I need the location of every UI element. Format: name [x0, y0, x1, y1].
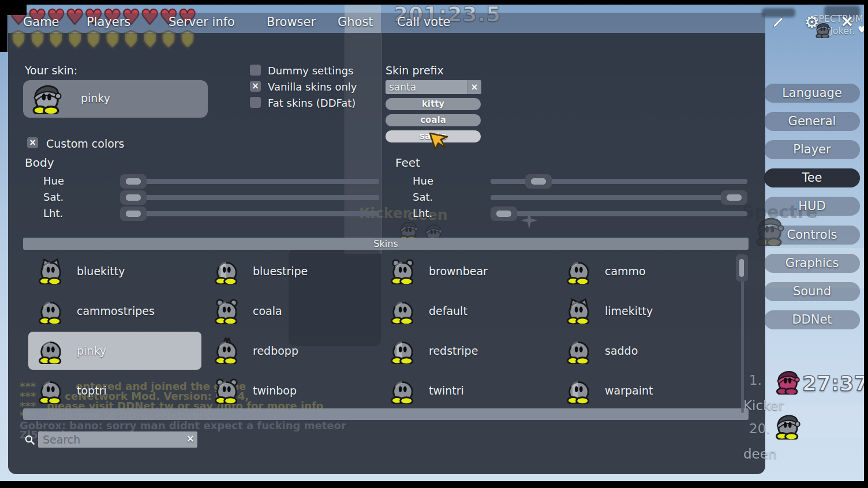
slider-label-body-sat: Sat.	[43, 191, 63, 203]
skin-preview-tee	[31, 83, 62, 117]
settings-gear-button[interactable]: ⚙	[805, 13, 819, 32]
skin-list-item-brownbear[interactable]: brownbear	[380, 252, 553, 290]
slider-handle[interactable]	[120, 207, 147, 221]
skin-name: default	[429, 305, 467, 317]
tab-language[interactable]: Language	[764, 84, 860, 103]
tee-avatar	[566, 337, 592, 364]
tab-hud[interactable]: HUD	[764, 197, 860, 216]
skin-list-item-twinbop[interactable]: twinbop	[204, 371, 377, 410]
slider-label-body-hue: Hue	[43, 175, 64, 187]
skin-prefix-clear-button[interactable]: ×	[467, 80, 481, 94]
menu-item-game[interactable]: Game	[23, 15, 59, 29]
checkbox-fat-skins-label: Fat skins (DDFat)	[268, 97, 356, 109]
skin-name: coala	[253, 305, 282, 317]
menu-item-server-info[interactable]: Server info	[169, 15, 235, 29]
slider-body-sat[interactable]	[120, 195, 379, 200]
tab-tee[interactable]: Tee	[764, 168, 860, 187]
skin-name: limekitty	[605, 305, 653, 317]
tab-sound[interactable]: Sound	[764, 282, 860, 301]
skin-name: twinbop	[253, 384, 297, 397]
shield-icon	[10, 30, 27, 51]
search-clear-button[interactable]: ×	[186, 433, 194, 444]
skin-list-item-toptri[interactable]: toptri	[28, 371, 201, 410]
slider-handle[interactable]	[120, 190, 147, 205]
tab-controls[interactable]: Controls	[764, 226, 860, 245]
checkbox-vanilla-skins-only-label: Vanilla skins only	[268, 81, 357, 93]
search-icon	[24, 434, 36, 448]
menu-item-ghost[interactable]: Ghost	[338, 15, 373, 29]
skin-prefix-input[interactable]: santa ×	[386, 80, 481, 94]
tee-avatar	[38, 258, 64, 284]
tab-graphics[interactable]: Graphics	[764, 254, 860, 273]
shield-icon	[66, 30, 84, 51]
menu-item-call-vote[interactable]: Call vote	[397, 15, 450, 29]
checkbox-vanilla-skins-only[interactable]: ×	[250, 81, 261, 92]
skin-name: bluekitty	[77, 265, 125, 277]
slider-handle[interactable]	[721, 190, 747, 205]
quit-button[interactable]: ×	[840, 12, 854, 31]
skin-list-item-cammostripes[interactable]: cammostripes	[28, 292, 201, 330]
skin-name: cammo	[605, 265, 646, 277]
your-skin-label: Your skin:	[25, 64, 77, 77]
tab-player[interactable]: Player	[764, 140, 860, 159]
checkbox-custom-colors[interactable]: ×	[27, 137, 38, 148]
skin-name: brownbear	[429, 265, 488, 277]
slider-handle[interactable]	[491, 207, 517, 221]
frame-right	[864, 0, 868, 488]
slider-handle[interactable]	[120, 174, 147, 189]
tee-avatar	[566, 298, 592, 324]
slider-handle[interactable]	[525, 174, 552, 189]
tee-avatar	[390, 298, 416, 324]
checkbox-dummy-settings-label: Dummy settings	[268, 65, 354, 77]
skin-list-item-redbopp[interactable]: redbopp	[204, 332, 377, 370]
skin-prefix-value: santa	[389, 81, 416, 93]
tee-avatar	[214, 337, 240, 364]
game-window: 201:23.5 SPECTRUM Joker. ♥ Kicker deen S…	[0, 0, 868, 488]
menu-item-players[interactable]: Players	[87, 15, 130, 29]
skin-list-item-bluekitty[interactable]: bluekitty	[28, 252, 201, 290]
tab-ddnet[interactable]: DDNet	[764, 310, 860, 329]
skins-list-header[interactable]: Skins	[23, 238, 749, 250]
skin-list-item-default[interactable]: default	[380, 292, 553, 330]
skin-prefix-button-coala[interactable]: coala	[386, 114, 481, 126]
skin-preview-box: pinky	[23, 80, 208, 118]
tab-general[interactable]: General	[764, 112, 860, 131]
skin-prefix-button-kitty[interactable]: kitty	[386, 98, 481, 110]
skin-list-item-saddo[interactable]: saddo	[556, 332, 729, 370]
skin-list-item-redstripe[interactable]: redstripe	[380, 332, 553, 370]
menu-item-browser[interactable]: Browser	[267, 15, 316, 29]
scoreboard-name-2: deen	[743, 446, 776, 461]
skin-list-item-coala[interactable]: coala	[204, 292, 377, 330]
skin-list-item-twintri[interactable]: twintri	[380, 371, 553, 410]
shield-icon	[122, 30, 140, 51]
checkbox-dummy-settings[interactable]	[250, 65, 261, 76]
shield-icon	[179, 30, 196, 51]
skin-list-item-pinky[interactable]: pinky	[28, 332, 201, 370]
skin-list-item-warpaint[interactable]: warpaint	[556, 371, 729, 410]
slider-feet-sat[interactable]	[491, 195, 747, 200]
skin-list-item-bluestripe[interactable]: bluestripe	[204, 252, 377, 290]
editor-pencil-button[interactable]	[772, 16, 784, 31]
slider-label-feet-hue: Hue	[413, 175, 433, 187]
scrollbar-thumb[interactable]	[736, 254, 748, 281]
frame-top	[0, 0, 868, 5]
slider-body-lht[interactable]	[120, 211, 379, 216]
skin-list-item-cammo[interactable]: cammo	[556, 252, 729, 290]
checkbox-fat-skins[interactable]	[250, 97, 261, 108]
shield-icon	[85, 30, 102, 51]
skin-name: bluestripe	[253, 265, 308, 277]
tee-avatar	[214, 298, 240, 324]
search-input[interactable]: Search ×	[38, 431, 197, 448]
slider-feet-hue[interactable]	[491, 179, 747, 184]
skin-name: redbopp	[253, 344, 298, 357]
slider-feet-lht[interactable]	[491, 211, 747, 216]
tee-avatar	[38, 298, 64, 324]
slider-body-hue[interactable]	[120, 179, 379, 184]
gear-icon: ⚙	[805, 13, 819, 32]
shield-icon	[29, 30, 46, 51]
mouse-cursor	[428, 132, 452, 160]
skin-list-item-limekitty[interactable]: limekitty	[556, 292, 729, 330]
feet-color-group-label: Feet	[395, 156, 420, 170]
list-footer-bar	[23, 408, 749, 420]
frame-bottom	[0, 481, 868, 488]
